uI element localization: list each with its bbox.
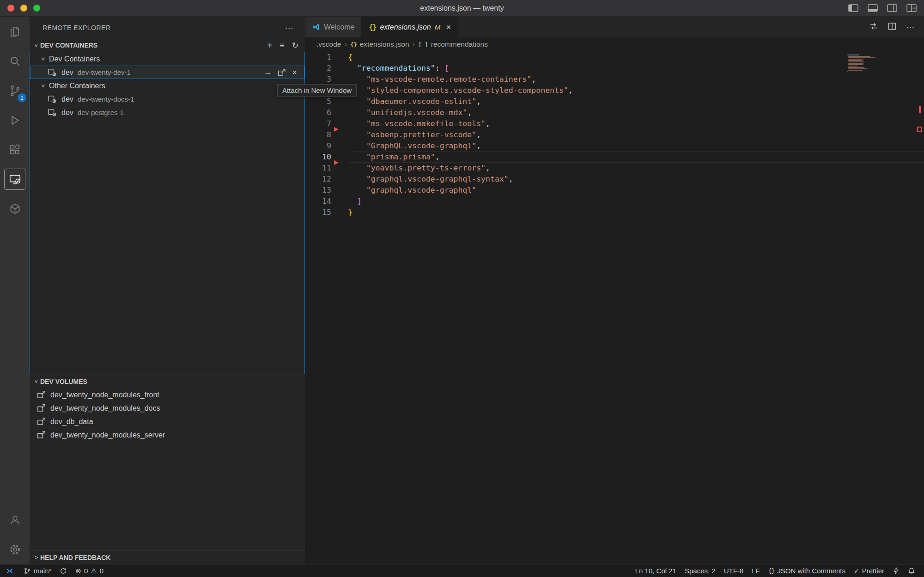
line-number[interactable]: 10	[305, 152, 331, 163]
sidebar-item-run-debug[interactable]	[0, 105, 30, 135]
encoding-status[interactable]: UTF-8	[720, 565, 748, 577]
code-text[interactable]: "GraphQL.vscode-graphql",	[348, 140, 924, 152]
sidebar-item-search[interactable]	[0, 46, 30, 76]
code-text[interactable]: }	[348, 207, 924, 218]
new-dev-container-icon[interactable]: +	[267, 41, 273, 50]
code-text[interactable]: "recommendations": [	[348, 63, 924, 74]
minimize-window-button[interactable]	[20, 5, 27, 12]
gutter[interactable]	[331, 185, 348, 196]
close-tab-icon[interactable]: ×	[446, 23, 451, 31]
zoom-window-button[interactable]	[33, 5, 40, 12]
gutter[interactable]	[331, 174, 348, 185]
gutter[interactable]	[331, 74, 348, 85]
code-text[interactable]: "dbaeumer.vscode-eslint",	[348, 96, 924, 107]
attach-current-window-icon[interactable]: →	[264, 68, 272, 76]
gutter[interactable]	[331, 63, 348, 74]
tree-item-dev-postgres-1[interactable]: dev dev-postgres-1	[30, 106, 304, 119]
formatter-status[interactable]: ✓ Prettier	[850, 565, 888, 577]
code-line[interactable]: 9 "GraphQL.vscode-graphql",	[305, 140, 924, 152]
code-text[interactable]: "graphql.vscode-graphql"	[348, 185, 924, 196]
line-number[interactable]: 2	[305, 63, 331, 74]
gutter[interactable]	[331, 107, 348, 118]
code-line[interactable]: 1{	[305, 52, 924, 63]
code-text[interactable]: "esbenp.prettier-vscode",	[348, 129, 924, 140]
code-line[interactable]: 10 "prisma.prisma",	[305, 152, 924, 163]
line-number[interactable]: 13	[305, 185, 331, 196]
more-actions-icon[interactable]: ⋯	[906, 22, 915, 32]
code-text[interactable]: "yoavbls.pretty-ts-errors",	[348, 163, 924, 174]
code-line[interactable]: 13 "graphql.vscode-graphql"	[305, 185, 924, 196]
language-mode[interactable]: {} JSON with Comments	[764, 565, 850, 577]
code-line[interactable]: 14 ]	[305, 196, 924, 207]
customize-layout-icon[interactable]	[906, 4, 917, 12]
volume-item[interactable]: dev_twenty_node_modules_server	[30, 428, 305, 442]
volume-item[interactable]: dev_twenty_node_modules_front	[30, 388, 305, 401]
line-number[interactable]: 3	[305, 74, 331, 85]
gutter[interactable]	[331, 52, 348, 63]
sidebar-item-source-control[interactable]: 1	[0, 76, 30, 105]
code-line[interactable]: 4 "styled-components.vscode-styled-compo…	[305, 85, 924, 96]
code-text[interactable]: "unifiedjs.vscode-mdx",	[348, 107, 924, 118]
gutter[interactable]	[331, 196, 348, 207]
tree-group-dev-containers[interactable]: > Dev Containers	[30, 52, 304, 66]
refresh-icon[interactable]: ↻	[292, 42, 298, 49]
code-line[interactable]: 15}	[305, 207, 924, 218]
tab-extensions-json[interactable]: {} extensions.json M ×	[362, 17, 458, 37]
git-branch-status[interactable]: main*	[19, 565, 55, 577]
line-number[interactable]: 1	[305, 52, 331, 63]
line-number[interactable]: 8	[305, 129, 331, 140]
close-window-button[interactable]	[7, 5, 14, 12]
volume-item[interactable]: dev_twenty_node_modules_docs	[30, 401, 305, 415]
tree-item-dev-twenty-docs-1[interactable]: dev dev-twenty-docs-1	[30, 92, 304, 106]
indentation-status[interactable]: Spaces: 2	[681, 565, 720, 577]
code-text[interactable]: "prisma.prisma",	[348, 152, 924, 163]
code-text[interactable]: "styled-components.vscode-styled-compone…	[348, 85, 924, 96]
breadcrumb-item-vscode[interactable]: .vscode	[316, 40, 341, 49]
line-number[interactable]: 15	[305, 207, 331, 218]
code-line[interactable]: 12 "graphql.vscode-graphql-syntax",	[305, 174, 924, 185]
sidebar-item-containers[interactable]	[0, 194, 30, 224]
code-line[interactable]: 7 "ms-vscode.makefile-tools",	[305, 118, 924, 129]
tree-item-dev-twenty-dev-1[interactable]: dev dev-twenty-dev-1 → ×	[30, 66, 304, 79]
section-header-dev-volumes[interactable]: > DEV VOLUMES	[30, 374, 305, 388]
toggle-panel-icon[interactable]	[868, 4, 878, 12]
breadcrumb-item-file[interactable]: extensions.json	[360, 40, 409, 49]
code-line[interactable]: 2 "recommendations": [	[305, 63, 924, 74]
sidebar-item-settings[interactable]	[0, 534, 30, 564]
volume-item[interactable]: dev_db_data	[30, 415, 305, 428]
line-number[interactable]: 12	[305, 174, 331, 185]
section-header-help-feedback[interactable]: > HELP AND FEEDBACK	[30, 550, 305, 564]
more-actions-icon[interactable]: ⋯	[285, 23, 294, 33]
code-line[interactable]: 6 "unifiedjs.vscode-mdx",	[305, 107, 924, 118]
line-number[interactable]: 11	[305, 163, 331, 174]
code-line[interactable]: 11 "yoavbls.pretty-ts-errors",	[305, 163, 924, 174]
line-number[interactable]: 5	[305, 96, 331, 107]
cursor-position[interactable]: Ln 10, Col 21	[631, 565, 681, 577]
code-area[interactable]: 1{2 "recommendations": [3 "ms-vscode-rem…	[305, 51, 924, 564]
line-number[interactable]: 6	[305, 107, 331, 118]
feedback-icon[interactable]	[888, 565, 904, 577]
minimap[interactable]	[846, 53, 878, 74]
gutter[interactable]	[331, 207, 348, 218]
code-text[interactable]: {	[348, 52, 924, 63]
eol-status[interactable]: LF	[748, 565, 764, 577]
problems-status[interactable]: ⊗ 0 ⚠ 0	[71, 565, 108, 577]
line-number[interactable]: 7	[305, 118, 331, 129]
code-text[interactable]: "ms-vscode.makefile-tools",	[348, 118, 924, 129]
sidebar-item-extensions[interactable]	[0, 135, 30, 164]
tree-group-other-containers[interactable]: > Other Containers	[30, 79, 304, 92]
gutter[interactable]	[331, 118, 348, 129]
split-editor-icon[interactable]	[888, 22, 897, 33]
gutter[interactable]	[331, 152, 348, 163]
attach-new-window-icon[interactable]	[278, 68, 286, 77]
gutter[interactable]	[331, 96, 348, 107]
notifications-bell-icon[interactable]	[904, 565, 919, 577]
line-number[interactable]: 14	[305, 196, 331, 207]
breadcrumb-item-symbol[interactable]: recommendations	[431, 40, 488, 49]
open-changes-icon[interactable]	[869, 22, 878, 33]
code-line[interactable]: 5 "dbaeumer.vscode-eslint",	[305, 96, 924, 107]
filter-icon[interactable]: ≡	[280, 42, 285, 49]
remote-indicator[interactable]	[0, 565, 19, 577]
stop-container-icon[interactable]: ×	[292, 68, 297, 77]
line-number[interactable]: 9	[305, 140, 331, 152]
